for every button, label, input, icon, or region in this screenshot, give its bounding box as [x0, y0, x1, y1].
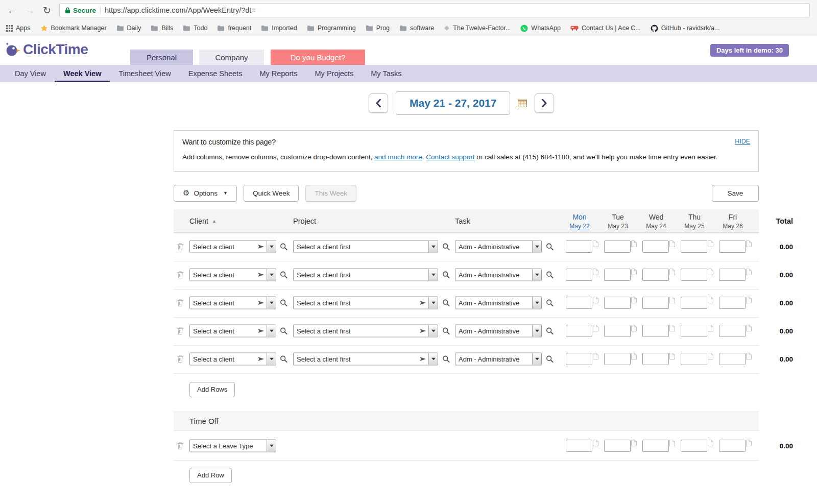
nav-item-my-projects[interactable]: My Projects — [306, 65, 363, 82]
client-search-icon[interactable] — [280, 327, 287, 335]
time-entry-input[interactable] — [681, 241, 707, 253]
tab-company[interactable]: Company — [199, 50, 264, 65]
delete-row-icon[interactable] — [177, 327, 184, 335]
note-icon[interactable] — [669, 440, 675, 446]
task-search-icon[interactable] — [546, 271, 554, 279]
dropdown-arrow-icon[interactable] — [428, 353, 438, 365]
note-icon[interactable] — [669, 297, 675, 303]
time-entry-input[interactable] — [604, 353, 631, 365]
day-header-fri[interactable]: FriMay 26 — [716, 212, 749, 231]
note-icon[interactable] — [746, 241, 752, 247]
task-select[interactable]: Adm - Administrative — [455, 297, 542, 309]
note-icon[interactable] — [669, 353, 675, 359]
note-icon[interactable] — [631, 241, 637, 247]
dropdown-arrow-icon[interactable] — [428, 269, 438, 281]
bookmark-github[interactable]: GitHub - ravidsrk/a... — [651, 25, 720, 32]
time-entry-input[interactable] — [642, 241, 669, 253]
time-entry-input[interactable] — [642, 440, 669, 452]
day-date-link[interactable]: May 23 — [602, 222, 634, 231]
note-icon[interactable] — [593, 325, 598, 331]
back-icon[interactable]: ← — [7, 6, 17, 15]
bookmark-folder-bills[interactable]: Bills — [151, 25, 173, 32]
note-icon[interactable] — [746, 440, 752, 446]
bookmark-folder-frequent[interactable]: frequent — [217, 25, 251, 32]
note-icon[interactable] — [631, 353, 637, 359]
nav-item-expense-sheets[interactable]: Expense Sheets — [180, 65, 251, 82]
task-search-icon[interactable] — [546, 355, 554, 363]
client-select[interactable]: Select a client — [189, 353, 276, 366]
bookmark-manager[interactable]: Bookmark Manager — [40, 25, 107, 32]
day-date-link[interactable]: May 25 — [678, 222, 711, 231]
dropdown-arrow-icon[interactable] — [428, 241, 438, 253]
time-entry-input[interactable] — [566, 353, 592, 365]
dropdown-arrow-icon[interactable] — [428, 297, 438, 309]
task-select[interactable]: Adm - Administrative — [455, 325, 542, 338]
task-select[interactable]: Adm - Administrative — [455, 353, 542, 366]
day-date-link[interactable]: May 22 — [563, 222, 596, 231]
time-entry-input[interactable] — [566, 325, 592, 337]
bookmark-whatsapp[interactable]: WhatsApp — [520, 25, 561, 32]
client-select[interactable]: Select a client — [189, 269, 276, 281]
time-entry-input[interactable] — [681, 353, 707, 365]
dropdown-arrow-icon[interactable] — [532, 297, 541, 309]
client-search-icon[interactable] — [280, 299, 287, 307]
dropdown-arrow-icon[interactable] — [532, 325, 541, 337]
client-search-icon[interactable] — [280, 355, 287, 363]
day-header-tue[interactable]: TueMay 23 — [602, 212, 634, 231]
bookmark-folder-software[interactable]: software — [399, 25, 434, 32]
delete-row-icon[interactable] — [177, 442, 184, 450]
delete-row-icon[interactable] — [177, 355, 184, 363]
note-icon[interactable] — [708, 269, 713, 275]
client-search-icon[interactable] — [280, 243, 287, 251]
add-rows-button[interactable]: Add Rows — [189, 382, 235, 397]
note-icon[interactable] — [631, 325, 637, 331]
save-button[interactable]: Save — [712, 185, 759, 202]
and-much-more-link[interactable]: and much more — [374, 153, 422, 161]
bookmark-folder-todo[interactable]: Todo — [183, 25, 207, 32]
time-entry-input[interactable] — [642, 269, 669, 281]
dropdown-arrow-icon[interactable] — [267, 353, 276, 365]
note-icon[interactable] — [708, 353, 713, 359]
time-entry-input[interactable] — [566, 297, 592, 309]
url-text[interactable]: https://app.clicktime.com/App/WeekEntry/… — [105, 6, 256, 14]
note-icon[interactable] — [593, 241, 598, 247]
time-entry-input[interactable] — [719, 325, 746, 337]
project-select[interactable]: Select a client first — [293, 241, 438, 253]
options-button[interactable]: ⚙ Options ▼ — [174, 185, 237, 202]
task-search-icon[interactable] — [546, 299, 554, 307]
dropdown-arrow-icon[interactable] — [267, 325, 276, 337]
time-entry-input[interactable] — [642, 297, 669, 309]
note-icon[interactable] — [746, 297, 752, 303]
note-icon[interactable] — [631, 269, 637, 275]
dropdown-arrow-icon[interactable] — [532, 241, 541, 253]
dropdown-arrow-icon[interactable] — [267, 241, 276, 253]
forward-icon[interactable]: → — [25, 6, 35, 15]
note-icon[interactable] — [631, 440, 637, 446]
clicktime-logo[interactable]: ClickTime — [5, 41, 88, 58]
project-search-icon[interactable] — [442, 271, 450, 279]
add-row-button[interactable]: Add Row — [189, 468, 232, 483]
task-select[interactable]: Adm - Administrative — [455, 269, 542, 281]
time-entry-input[interactable] — [681, 297, 707, 309]
day-header-thu[interactable]: ThuMay 25 — [678, 212, 711, 231]
date-range-display[interactable]: May 21 - 27, 2017 — [396, 91, 510, 115]
day-date-link[interactable]: May 26 — [716, 222, 749, 231]
address-bar[interactable]: Secure https://app.clicktime.com/App/Wee… — [59, 3, 810, 17]
time-entry-input[interactable] — [719, 440, 746, 452]
project-search-icon[interactable] — [442, 299, 450, 307]
project-search-icon[interactable] — [442, 243, 450, 251]
this-week-button[interactable]: This Week — [305, 185, 356, 202]
client-search-icon[interactable] — [280, 271, 287, 279]
delete-row-icon[interactable] — [177, 271, 184, 279]
note-icon[interactable] — [708, 297, 713, 303]
note-icon[interactable] — [593, 353, 598, 359]
client-select[interactable]: Select a client — [189, 325, 276, 338]
time-entry-input[interactable] — [681, 269, 707, 281]
task-search-icon[interactable] — [546, 327, 554, 335]
note-icon[interactable] — [593, 440, 598, 446]
task-select[interactable]: Adm - Administrative — [455, 241, 542, 253]
nav-item-my-tasks[interactable]: My Tasks — [362, 65, 410, 82]
bookmark-folder-imported[interactable]: Imported — [261, 25, 297, 32]
quick-week-button[interactable]: Quick Week — [244, 185, 299, 202]
project-select[interactable]: Select a client first — [293, 325, 438, 338]
